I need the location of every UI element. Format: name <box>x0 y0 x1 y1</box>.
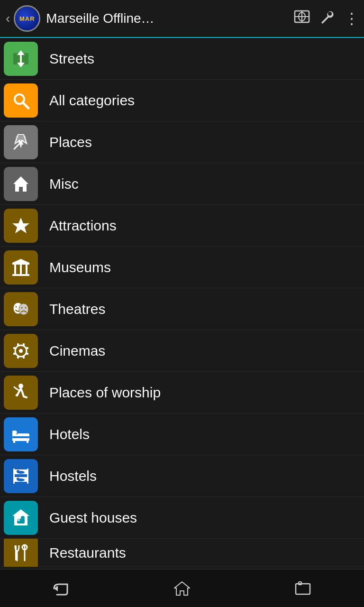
svg-rect-64 <box>296 584 310 594</box>
more-icon[interactable]: ⋮ <box>344 11 358 26</box>
guesthouse-icon-wrapper <box>0 497 42 539</box>
streets-label: Streets <box>42 51 94 67</box>
svg-point-44 <box>13 431 17 434</box>
app-title: Marseille Offline… <box>46 11 294 26</box>
svg-marker-13 <box>12 218 29 233</box>
all-categories-icon-wrapper <box>0 80 42 121</box>
back-arrow[interactable]: ‹ <box>6 11 10 26</box>
svg-rect-31 <box>23 343 25 346</box>
svg-rect-18 <box>26 265 27 274</box>
list-item-hostels[interactable]: Hostels <box>0 455 364 497</box>
recents-button[interactable] <box>284 574 322 603</box>
svg-rect-37 <box>26 353 28 355</box>
theatres-label: Theatres <box>42 301 105 317</box>
svg-rect-16 <box>14 265 16 274</box>
svg-marker-19 <box>12 259 29 263</box>
hotels-icon-wrapper <box>0 414 42 455</box>
hostels-icon-box <box>4 459 38 493</box>
svg-rect-41 <box>13 440 15 443</box>
svg-rect-33 <box>23 356 25 359</box>
restaurants-icon-wrapper <box>0 539 42 567</box>
svg-point-22 <box>16 306 17 307</box>
hostels-label: Hostels <box>42 468 97 484</box>
svg-rect-56 <box>17 519 20 521</box>
list-item-hotels[interactable]: Hotels <box>0 414 364 455</box>
svg-rect-48 <box>13 469 15 484</box>
guest-houses-label: Guest houses <box>42 510 137 526</box>
svg-point-29 <box>19 349 23 353</box>
list-item-places-of-worship[interactable]: Places of worship <box>0 372 364 414</box>
theatres-icon-box <box>4 292 38 326</box>
museums-icon-box <box>4 250 38 285</box>
restaurants-icon-box <box>4 539 38 567</box>
svg-line-11 <box>23 102 28 108</box>
restaurants-label: Restaurants <box>42 545 126 561</box>
svg-point-26 <box>21 307 23 308</box>
menu-list: Streets All categories <box>0 38 364 569</box>
list-item-misc[interactable]: Misc <box>0 163 364 205</box>
list-item-theatres[interactable]: Theatres <box>0 288 364 330</box>
app-logo: MAR <box>14 5 40 32</box>
attractions-icon-box <box>4 209 38 243</box>
worship-icon-box <box>4 376 38 410</box>
hotels-icon-box <box>4 417 38 451</box>
worship-icon-wrapper <box>0 372 42 414</box>
list-item-streets[interactable]: Streets <box>0 38 364 80</box>
museums-icon-wrapper <box>0 247 42 288</box>
map-icon[interactable] <box>294 9 310 28</box>
list-item-attractions[interactable]: Attractions <box>0 205 364 247</box>
places-icon-box <box>4 125 38 159</box>
misc-icon-box <box>4 167 38 201</box>
list-item-all-categories[interactable]: All categories <box>0 80 364 121</box>
museums-label: Museums <box>42 259 111 276</box>
svg-rect-49 <box>27 469 28 484</box>
svg-rect-45 <box>12 436 29 438</box>
svg-rect-15 <box>12 263 29 265</box>
misc-icon-wrapper <box>0 163 42 205</box>
guesthouse-icon-box <box>4 501 38 535</box>
back-button[interactable] <box>42 574 80 603</box>
home-button[interactable] <box>163 574 201 603</box>
app-header: ‹ MAR Marseille Offline… ⋮ <box>0 0 364 38</box>
logo-text: MAR <box>15 7 39 30</box>
svg-rect-35 <box>13 353 16 355</box>
svg-rect-32 <box>17 356 19 359</box>
places-label: Places <box>42 134 92 150</box>
svg-rect-14 <box>12 274 29 276</box>
svg-rect-36 <box>26 347 28 349</box>
svg-rect-43 <box>17 433 29 436</box>
wrench-icon[interactable] <box>319 9 335 28</box>
all-categories-label: All categories <box>42 92 135 109</box>
all-categories-icon-box <box>4 83 38 118</box>
svg-marker-9 <box>17 63 25 67</box>
svg-marker-12 <box>13 176 28 192</box>
list-item-places[interactable]: Places <box>0 121 364 163</box>
list-item-restaurants[interactable]: Restaurants <box>0 539 364 567</box>
hotels-label: Hotels <box>42 426 90 442</box>
list-item-museums[interactable]: Museums <box>0 247 364 288</box>
attractions-label: Attractions <box>42 218 117 234</box>
theatres-icon-wrapper <box>0 288 42 330</box>
svg-marker-8 <box>17 50 25 55</box>
cinemas-icon-box <box>4 334 38 368</box>
worship-label: Places of worship <box>42 385 161 401</box>
svg-rect-42 <box>27 440 28 443</box>
svg-rect-17 <box>20 265 22 274</box>
cinemas-label: Cinemas <box>42 343 105 359</box>
svg-point-53 <box>17 478 25 481</box>
list-item-guest-houses[interactable]: Guest houses <box>0 497 364 539</box>
svg-rect-34 <box>13 347 16 349</box>
cinemas-icon-wrapper <box>0 330 42 372</box>
list-item-cinemas[interactable]: Cinemas <box>0 330 364 372</box>
attractions-icon-wrapper <box>0 205 42 247</box>
bottom-navigation <box>0 569 364 607</box>
misc-label: Misc <box>42 176 79 192</box>
svg-point-27 <box>25 307 27 308</box>
header-icons: ⋮ <box>294 9 358 28</box>
streets-icon-box <box>4 42 38 76</box>
svg-point-51 <box>17 471 25 474</box>
svg-marker-63 <box>174 582 190 595</box>
svg-rect-30 <box>17 343 19 346</box>
places-icon-wrapper <box>0 121 42 163</box>
streets-icon-wrapper <box>0 38 42 80</box>
